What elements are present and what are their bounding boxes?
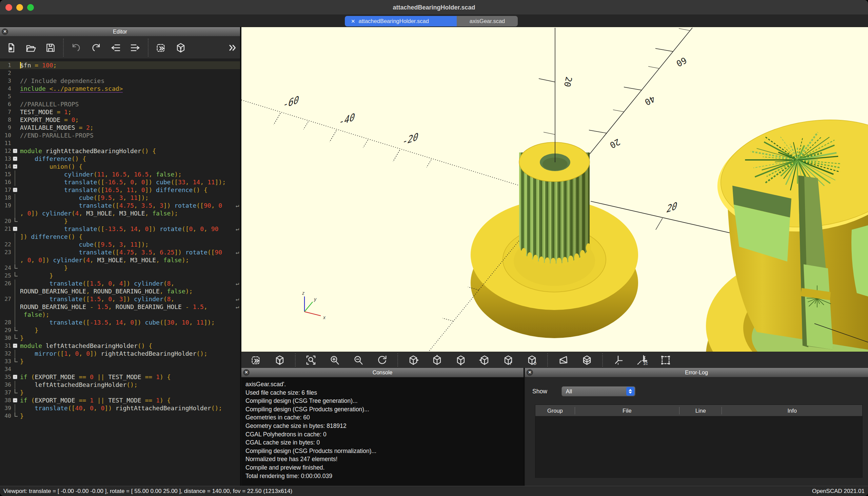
fold-collapse-icon[interactable]: - — [13, 164, 17, 169]
code-row[interactable]: 31-module leftAttachedBearingHolder() { — [0, 342, 240, 350]
show-axes-icon[interactable] — [610, 353, 626, 368]
code-row[interactable]: 17- translate([16.5, 11, 0]) difference(… — [0, 186, 240, 194]
undo-icon[interactable] — [69, 40, 84, 56]
column-header-line[interactable]: Line — [679, 407, 721, 414]
view-top-icon[interactable] — [429, 353, 445, 368]
error-log-close-icon[interactable]: ✕ — [527, 369, 533, 376]
fold-collapse-icon[interactable]: - — [13, 149, 17, 153]
code-editor[interactable]: 1$fn = 100;23// Include dependencies4inc… — [0, 59, 240, 486]
view-bottom-icon[interactable] — [453, 353, 469, 368]
code-row[interactable]: 34 — [0, 365, 240, 373]
code-row[interactable]: 5 — [0, 93, 240, 100]
view-all-icon[interactable] — [657, 353, 674, 368]
column-header-file[interactable]: File — [575, 407, 679, 414]
view-front-icon[interactable]: f — [500, 353, 517, 368]
code-row[interactable]: false); — [0, 311, 240, 319]
show-scale-icon[interactable]: 10 — [634, 353, 650, 368]
editor-toolbar — [0, 36, 240, 59]
code-row[interactable]: 15 cylinder(11, 16.5, 16.5, false); — [0, 170, 240, 178]
code-row[interactable]: 29 } — [0, 326, 240, 334]
code-row[interactable]: 26 translate([1.5, 0, 4]) cylinder(8,↵ — [0, 279, 240, 287]
svg-text:b: b — [534, 360, 536, 366]
code-row[interactable]: 22 cube([9.5, 3, 11]); — [0, 241, 240, 248]
view-left-icon[interactable] — [476, 353, 493, 368]
fold-collapse-icon[interactable]: - — [13, 398, 17, 403]
code-row[interactable]: 12-module rightAttachedBearingHolder() { — [0, 147, 240, 155]
column-header-info[interactable]: Info — [721, 407, 862, 414]
code-row[interactable]: 24 } — [0, 264, 240, 272]
code-row[interactable]: ROUND_BEARING_HOLE, ROUND_BEARING_HOLE, … — [0, 287, 240, 295]
code-row[interactable]: 7TEST_MODE = 1; — [0, 108, 240, 116]
code-row[interactable]: 39 translate([40, 0, 0]) rightAttachedBe… — [0, 404, 240, 412]
code-row[interactable]: 38-if (EXPORT_MODE == 1 || TEST_MODE == … — [0, 397, 240, 404]
zoom-in-icon[interactable] — [327, 353, 343, 368]
code-row[interactable]: 20 } — [0, 217, 240, 225]
code-row[interactable]: 40} — [0, 412, 240, 420]
new-file-icon[interactable] — [3, 40, 19, 56]
code-row[interactable]: 10//END-PARALLEL-PROPS — [0, 131, 240, 139]
reset-view-icon[interactable] — [374, 353, 390, 368]
code-row[interactable]: 21- translate([-13.5, 14, 0]) rotate([0,… — [0, 225, 240, 233]
code-row[interactable]: 18 cube([9.5, 3, 11]); — [0, 194, 240, 202]
zoom-all-icon[interactable] — [303, 353, 319, 368]
code-row[interactable]: 2 — [0, 69, 240, 77]
code-row[interactable]: 13- difference() { — [0, 155, 240, 162]
redo-icon[interactable] — [88, 40, 104, 56]
code-row[interactable]: 35-if (EXPORT_MODE == 0 || TEST_MODE == … — [0, 373, 240, 381]
code-row[interactable]: 9AVAILABLE_MODES = 2; — [0, 124, 240, 131]
tab-close-icon[interactable]: ✕ — [351, 16, 355, 27]
fold-collapse-icon[interactable]: - — [13, 156, 17, 161]
code-row[interactable]: 19 translate([4.75, 3.5, 3]) rotate([90,… — [0, 202, 240, 210]
code-row[interactable]: , 0, 0]) cylinder(4, M3_HOLE, M3_HOLE, f… — [0, 256, 240, 264]
code-row[interactable]: 37} — [0, 389, 240, 397]
render-icon[interactable] — [272, 353, 288, 368]
fold-collapse-icon[interactable]: - — [13, 375, 17, 379]
perspective-icon[interactable] — [555, 353, 571, 368]
code-row[interactable]: 3// Include dependencies — [0, 77, 240, 85]
code-row[interactable]: , 0]) cylinder(4, M3_HOLE, M3_HOLE, fals… — [0, 210, 240, 217]
code-row[interactable]: ]) difference() { — [0, 233, 240, 241]
code-row[interactable]: 23 translate([4.75, 3.5, 6.25]) rotate([… — [0, 248, 240, 256]
code-row[interactable]: 27 translate([1.5, 0, 3]) cylinder(8,↵ — [0, 295, 240, 303]
zoom-out-icon[interactable] — [350, 353, 366, 368]
code-row[interactable]: 25 } — [0, 272, 240, 279]
code-row[interactable]: 8EXPORT_MODE = 0; — [0, 116, 240, 124]
fold-collapse-icon[interactable]: - — [13, 227, 17, 231]
code-row[interactable]: ROUND_BEARING_HOLE - 1.5, ROUND_BEARING_… — [0, 303, 240, 311]
preview-icon[interactable] — [248, 353, 264, 368]
code-row[interactable]: 4include <../parameters.scad> — [0, 85, 240, 93]
column-header-group[interactable]: Group — [535, 407, 575, 414]
editor-close-icon[interactable]: ✕ — [2, 29, 8, 35]
tab-attachedbearingholder[interactable]: ✕attachedBearingHolder.scad — [345, 16, 457, 27]
overflow-icon[interactable] — [226, 40, 238, 56]
show-filter-dropdown[interactable]: All — [562, 386, 635, 397]
console-log[interactable]: axisGear.scad'.Used file cache size: 6 f… — [241, 377, 524, 483]
orthogonal-icon[interactable] — [579, 353, 595, 368]
code-row[interactable]: 6//PARALLEL-PROPS — [0, 100, 240, 108]
fold-collapse-icon[interactable]: - — [13, 343, 17, 348]
render-icon[interactable] — [173, 40, 189, 56]
preview-icon[interactable] — [153, 40, 169, 56]
error-log-table-header: GroupFileLineInfo — [535, 405, 862, 416]
code-row[interactable]: 1$fn = 100; — [0, 61, 240, 69]
code-row[interactable]: 33} — [0, 357, 240, 365]
unindent-icon[interactable] — [108, 40, 123, 56]
tab-axisgear[interactable]: axisGear.scad — [457, 16, 518, 27]
open-folder-icon[interactable] — [23, 40, 39, 56]
code-row[interactable]: 28 translate([-13.5, 14, 0]) cube([30, 1… — [0, 319, 240, 326]
code-row[interactable]: 30} — [0, 334, 240, 342]
code-row[interactable]: 14- union() { — [0, 162, 240, 170]
code-row[interactable]: 16 translate([-16.5, 0, 0]) cube([33, 14… — [0, 178, 240, 186]
code-row[interactable]: 36 leftAttachedBearingHolder(); — [0, 381, 240, 389]
console-close-icon[interactable]: ✕ — [243, 369, 250, 376]
error-log-table-body[interactable] — [535, 416, 862, 477]
view-right-icon[interactable] — [405, 353, 421, 368]
3d-viewport[interactable]: 204060 -60-40-20 20 20 — [241, 27, 868, 352]
code-row[interactable]: 32 mirror([1, 0, 0]) rightAttachedBearin… — [0, 350, 240, 357]
console-line: Geometries in cache: 60 — [245, 413, 520, 422]
save-icon[interactable] — [43, 40, 58, 56]
fold-collapse-icon[interactable]: - — [13, 188, 17, 192]
view-back-icon[interactable]: b — [524, 353, 540, 368]
code-row[interactable]: 11 — [0, 139, 240, 147]
indent-icon[interactable] — [128, 40, 143, 56]
